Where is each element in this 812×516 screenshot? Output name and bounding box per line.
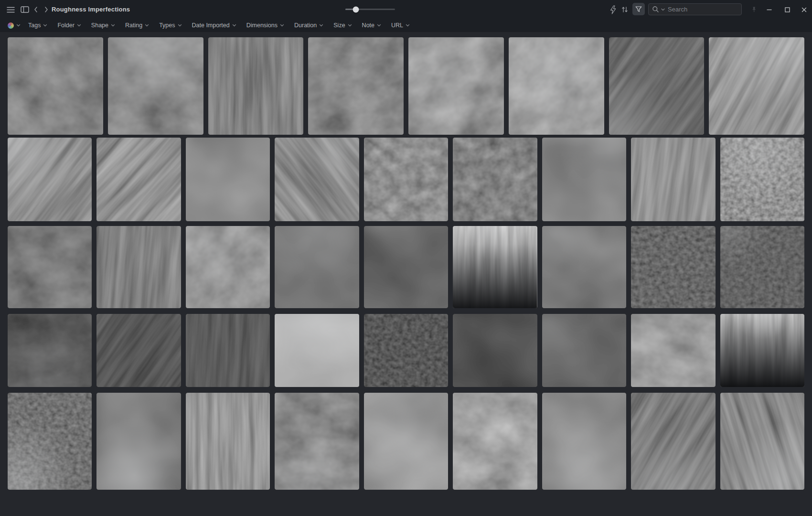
thumbnail[interactable] bbox=[8, 314, 92, 387]
chevron-down-icon[interactable] bbox=[661, 8, 665, 11]
thumbnail[interactable] bbox=[631, 138, 715, 221]
filter-label: Shape bbox=[91, 22, 108, 29]
search-icon bbox=[652, 6, 659, 13]
thumbnail[interactable] bbox=[720, 393, 804, 490]
sort-icon bbox=[621, 6, 629, 13]
thumbnail[interactable] bbox=[631, 314, 715, 387]
thumbnail[interactable] bbox=[308, 37, 404, 135]
thumbnail[interactable] bbox=[8, 393, 92, 490]
thumbnail[interactable] bbox=[631, 226, 715, 308]
chevron-down-icon bbox=[77, 24, 81, 27]
thumbnail[interactable] bbox=[542, 226, 626, 308]
chevron-down-icon bbox=[319, 24, 323, 27]
thumbnail[interactable] bbox=[609, 37, 705, 135]
thumbnail[interactable] bbox=[275, 393, 359, 490]
thumbnail[interactable] bbox=[453, 314, 537, 387]
grid-row bbox=[8, 138, 804, 221]
filter-dropdown-dimensions[interactable]: Dimensions bbox=[246, 22, 284, 29]
thumbnail[interactable] bbox=[631, 393, 715, 490]
chevron-down-icon bbox=[43, 24, 47, 27]
eagle-app-window: { "titlebar": { "title": "Roughness Impe… bbox=[0, 0, 812, 516]
chevron-down-icon bbox=[348, 24, 352, 27]
thumbnail[interactable] bbox=[96, 314, 181, 387]
thumbnail[interactable] bbox=[720, 226, 804, 308]
thumbnail[interactable] bbox=[720, 314, 804, 387]
window-titlebar: Roughness Imperfections bbox=[0, 0, 812, 19]
thumbnail[interactable] bbox=[186, 393, 270, 490]
filter-dropdown-url[interactable]: URL bbox=[391, 22, 410, 29]
filter-dropdown-rating[interactable]: Rating bbox=[125, 22, 149, 29]
thumbnail[interactable] bbox=[709, 37, 804, 135]
filter-dropdown-size[interactable]: Size bbox=[333, 22, 352, 29]
thumbnail[interactable] bbox=[542, 138, 626, 221]
thumbnail[interactable] bbox=[8, 226, 92, 308]
thumbnail[interactable] bbox=[364, 314, 448, 387]
filter-dropdown-note[interactable]: Note bbox=[362, 22, 381, 29]
thumbnail[interactable] bbox=[275, 138, 359, 221]
color-wheel-icon bbox=[8, 22, 14, 29]
color-filter-dropdown[interactable] bbox=[8, 22, 21, 29]
zoom-slider[interactable] bbox=[345, 0, 395, 19]
thumbnail[interactable] bbox=[453, 393, 537, 490]
thumbnail[interactable] bbox=[186, 314, 270, 387]
thumbnail[interactable] bbox=[364, 138, 448, 221]
search-input[interactable] bbox=[667, 5, 738, 13]
filter-dropdown-folder[interactable]: Folder bbox=[57, 22, 81, 29]
filter-label: Tags bbox=[28, 22, 41, 29]
thumbnail[interactable] bbox=[108, 37, 203, 135]
grid-row bbox=[8, 226, 804, 308]
menu-button[interactable] bbox=[4, 3, 17, 16]
thumbnail[interactable] bbox=[364, 393, 448, 490]
thumbnail[interactable] bbox=[408, 37, 504, 135]
filter-dropdown-tags[interactable]: Tags bbox=[28, 22, 47, 29]
thumbnail[interactable] bbox=[186, 138, 270, 221]
thumbnail-grid bbox=[0, 32, 812, 516]
filter-label: Dimensions bbox=[246, 22, 278, 29]
maximize-button[interactable] bbox=[781, 3, 793, 16]
thumbnail[interactable] bbox=[8, 37, 103, 135]
minimize-button[interactable] bbox=[763, 3, 775, 16]
thumbnail[interactable] bbox=[453, 138, 537, 221]
chevron-down-icon bbox=[406, 24, 410, 27]
nav-forward-button[interactable] bbox=[40, 3, 53, 16]
thumbnail[interactable] bbox=[720, 138, 804, 221]
filter-label: Rating bbox=[125, 22, 142, 29]
search-box[interactable] bbox=[648, 3, 742, 15]
chevron-down-icon bbox=[232, 24, 236, 27]
thumbnail[interactable] bbox=[96, 393, 181, 490]
thumbnail[interactable] bbox=[364, 226, 448, 308]
thumbnail[interactable] bbox=[509, 37, 604, 135]
thumbnail[interactable] bbox=[96, 226, 181, 308]
thumbnail[interactable] bbox=[542, 393, 626, 490]
sort-button[interactable] bbox=[619, 3, 631, 16]
filter-dropdown-date-imported[interactable]: Date Imported bbox=[192, 22, 236, 29]
nav-forward-icon bbox=[44, 6, 49, 13]
sidebar-toggle-icon bbox=[21, 6, 29, 13]
thumbnail[interactable] bbox=[453, 226, 537, 308]
thumbnail[interactable] bbox=[8, 138, 92, 221]
grid-row bbox=[8, 393, 804, 490]
filter-label: Duration bbox=[294, 22, 317, 29]
filter-dropdown-duration[interactable]: Duration bbox=[294, 22, 323, 29]
filter-dropdown-types[interactable]: Types bbox=[159, 22, 182, 29]
thumbnail[interactable] bbox=[542, 314, 626, 387]
thumbnail[interactable] bbox=[208, 37, 304, 135]
minimize-icon bbox=[766, 7, 772, 13]
quick-action-button[interactable] bbox=[607, 3, 619, 16]
chevron-down-icon bbox=[178, 24, 182, 27]
thumbnail[interactable] bbox=[96, 138, 181, 221]
filter-toggle-button[interactable] bbox=[632, 3, 645, 15]
thumbnail[interactable] bbox=[186, 226, 270, 308]
page-title: Roughness Imperfections bbox=[52, 0, 130, 19]
thumbnail[interactable] bbox=[275, 314, 359, 387]
filter-label: Note bbox=[362, 22, 374, 29]
filter-label: Types bbox=[159, 22, 175, 29]
pin-button[interactable] bbox=[748, 3, 760, 16]
filter-label: Date Imported bbox=[192, 22, 230, 29]
pin-icon bbox=[750, 6, 758, 13]
grid-row bbox=[8, 314, 804, 387]
zoom-slider-thumb[interactable] bbox=[353, 6, 359, 12]
thumbnail[interactable] bbox=[275, 226, 359, 308]
filter-dropdown-shape[interactable]: Shape bbox=[91, 22, 115, 29]
close-button[interactable] bbox=[798, 3, 810, 16]
